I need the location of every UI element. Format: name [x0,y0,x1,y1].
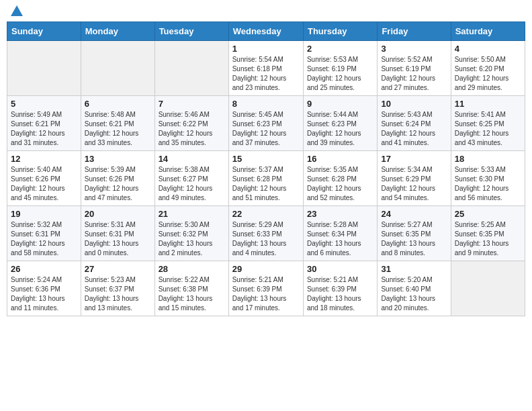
day-number: 3 [381,44,447,54]
day-detail: Sunrise: 5:37 AM Sunset: 6:28 PM Dayligh… [232,165,300,203]
calendar-week-1: 1Sunrise: 5:54 AM Sunset: 6:18 PM Daylig… [7,41,525,96]
calendar-cell: 26Sunrise: 5:24 AM Sunset: 6:36 PM Dayli… [7,261,81,316]
weekday-header-saturday: Saturday [451,22,525,41]
calendar-cell: 6Sunrise: 5:48 AM Sunset: 6:21 PM Daylig… [81,96,154,151]
day-detail: Sunrise: 5:31 AM Sunset: 6:31 PM Dayligh… [85,220,151,258]
day-number: 27 [85,264,151,274]
calendar-cell: 28Sunrise: 5:22 AM Sunset: 6:38 PM Dayli… [154,261,228,316]
calendar-cell: 24Sunrise: 5:27 AM Sunset: 6:35 PM Dayli… [378,206,451,261]
day-detail: Sunrise: 5:49 AM Sunset: 6:21 PM Dayligh… [11,110,77,148]
day-number: 26 [11,264,77,274]
day-number: 16 [307,154,373,164]
calendar-cell: 13Sunrise: 5:39 AM Sunset: 6:26 PM Dayli… [81,151,154,206]
day-number: 8 [232,99,300,109]
calendar-week-5: 26Sunrise: 5:24 AM Sunset: 6:36 PM Dayli… [7,261,525,316]
day-number: 2 [307,44,373,54]
day-detail: Sunrise: 5:24 AM Sunset: 6:36 PM Dayligh… [11,275,77,313]
day-number: 15 [232,154,300,164]
day-detail: Sunrise: 5:21 AM Sunset: 6:39 PM Dayligh… [232,275,300,313]
calendar-cell [81,41,154,96]
day-number: 25 [455,209,521,219]
calendar-cell [451,261,525,316]
calendar-cell: 16Sunrise: 5:35 AM Sunset: 6:28 PM Dayli… [303,151,377,206]
weekday-header-tuesday: Tuesday [154,22,228,41]
calendar-week-3: 12Sunrise: 5:40 AM Sunset: 6:26 PM Dayli… [7,151,525,206]
day-number: 14 [159,154,225,164]
calendar-week-2: 5Sunrise: 5:49 AM Sunset: 6:21 PM Daylig… [7,96,525,151]
day-detail: Sunrise: 5:46 AM Sunset: 6:22 PM Dayligh… [159,110,225,148]
day-detail: Sunrise: 5:28 AM Sunset: 6:34 PM Dayligh… [307,220,373,258]
calendar-cell: 17Sunrise: 5:34 AM Sunset: 6:29 PM Dayli… [378,151,451,206]
day-detail: Sunrise: 5:33 AM Sunset: 6:30 PM Dayligh… [455,165,521,203]
calendar-cell: 27Sunrise: 5:23 AM Sunset: 6:37 PM Dayli… [81,261,154,316]
day-detail: Sunrise: 5:29 AM Sunset: 6:33 PM Dayligh… [232,220,300,258]
day-detail: Sunrise: 5:48 AM Sunset: 6:21 PM Dayligh… [85,110,151,148]
calendar-cell: 19Sunrise: 5:32 AM Sunset: 6:31 PM Dayli… [7,206,81,261]
calendar-cell: 2Sunrise: 5:53 AM Sunset: 6:19 PM Daylig… [303,41,377,96]
day-number: 24 [381,209,447,219]
day-number: 6 [85,99,151,109]
day-number: 22 [232,209,300,219]
calendar-cell: 25Sunrise: 5:25 AM Sunset: 6:35 PM Dayli… [451,206,525,261]
logo [9,7,23,16]
day-detail: Sunrise: 5:38 AM Sunset: 6:27 PM Dayligh… [159,165,225,203]
calendar-cell: 1Sunrise: 5:54 AM Sunset: 6:18 PM Daylig… [228,41,303,96]
day-number: 18 [455,154,521,164]
day-detail: Sunrise: 5:21 AM Sunset: 6:39 PM Dayligh… [307,275,373,313]
weekday-header-sunday: Sunday [7,22,81,41]
day-detail: Sunrise: 5:39 AM Sunset: 6:26 PM Dayligh… [85,165,151,203]
day-detail: Sunrise: 5:52 AM Sunset: 6:19 PM Dayligh… [381,55,447,93]
day-detail: Sunrise: 5:20 AM Sunset: 6:40 PM Dayligh… [381,275,447,313]
day-detail: Sunrise: 5:32 AM Sunset: 6:31 PM Dayligh… [11,220,77,258]
day-detail: Sunrise: 5:27 AM Sunset: 6:35 PM Dayligh… [381,220,447,258]
day-number: 5 [11,99,77,109]
day-number: 12 [11,154,77,164]
day-detail: Sunrise: 5:40 AM Sunset: 6:26 PM Dayligh… [11,165,77,203]
day-number: 19 [11,209,77,219]
day-number: 29 [232,264,300,274]
day-number: 21 [159,209,225,219]
calendar-cell: 4Sunrise: 5:50 AM Sunset: 6:20 PM Daylig… [451,41,525,96]
day-detail: Sunrise: 5:41 AM Sunset: 6:25 PM Dayligh… [455,110,521,148]
calendar-table: SundayMondayTuesdayWednesdayThursdayFrid… [7,21,525,316]
calendar-cell: 31Sunrise: 5:20 AM Sunset: 6:40 PM Dayli… [378,261,451,316]
weekday-header-friday: Friday [378,22,451,41]
calendar-cell [154,41,228,96]
calendar-cell: 20Sunrise: 5:31 AM Sunset: 6:31 PM Dayli… [81,206,154,261]
day-number: 1 [232,44,300,54]
day-number: 23 [307,209,373,219]
calendar-cell: 29Sunrise: 5:21 AM Sunset: 6:39 PM Dayli… [228,261,303,316]
day-detail: Sunrise: 5:53 AM Sunset: 6:19 PM Dayligh… [307,55,373,93]
day-detail: Sunrise: 5:44 AM Sunset: 6:23 PM Dayligh… [307,110,373,148]
calendar-cell: 15Sunrise: 5:37 AM Sunset: 6:28 PM Dayli… [228,151,303,206]
calendar-cell: 18Sunrise: 5:33 AM Sunset: 6:30 PM Dayli… [451,151,525,206]
day-detail: Sunrise: 5:54 AM Sunset: 6:18 PM Dayligh… [232,55,300,93]
day-number: 4 [455,44,521,54]
calendar-cell: 5Sunrise: 5:49 AM Sunset: 6:21 PM Daylig… [7,96,81,151]
weekday-header-wednesday: Wednesday [228,22,303,41]
calendar-cell: 8Sunrise: 5:45 AM Sunset: 6:23 PM Daylig… [228,96,303,151]
calendar-cell: 30Sunrise: 5:21 AM Sunset: 6:39 PM Dayli… [303,261,377,316]
day-number: 17 [381,154,447,164]
calendar-cell: 14Sunrise: 5:38 AM Sunset: 6:27 PM Dayli… [154,151,228,206]
day-number: 9 [307,99,373,109]
day-detail: Sunrise: 5:43 AM Sunset: 6:24 PM Dayligh… [381,110,447,148]
day-number: 20 [85,209,151,219]
calendar-cell: 3Sunrise: 5:52 AM Sunset: 6:19 PM Daylig… [378,41,451,96]
day-detail: Sunrise: 5:50 AM Sunset: 6:20 PM Dayligh… [455,55,521,93]
svg-marker-0 [11,5,23,16]
weekday-header-thursday: Thursday [303,22,377,41]
weekday-header-monday: Monday [81,22,154,41]
day-number: 31 [381,264,447,274]
calendar-cell: 9Sunrise: 5:44 AM Sunset: 6:23 PM Daylig… [303,96,377,151]
day-number: 30 [307,264,373,274]
calendar-cell: 11Sunrise: 5:41 AM Sunset: 6:25 PM Dayli… [451,96,525,151]
calendar-header-row: SundayMondayTuesdayWednesdayThursdayFrid… [7,22,525,41]
day-number: 11 [455,99,521,109]
calendar-cell: 21Sunrise: 5:30 AM Sunset: 6:32 PM Dayli… [154,206,228,261]
day-detail: Sunrise: 5:22 AM Sunset: 6:38 PM Dayligh… [159,275,225,313]
day-detail: Sunrise: 5:30 AM Sunset: 6:32 PM Dayligh… [159,220,225,258]
day-detail: Sunrise: 5:35 AM Sunset: 6:28 PM Dayligh… [307,165,373,203]
day-detail: Sunrise: 5:23 AM Sunset: 6:37 PM Dayligh… [85,275,151,313]
calendar-cell: 12Sunrise: 5:40 AM Sunset: 6:26 PM Dayli… [7,151,81,206]
